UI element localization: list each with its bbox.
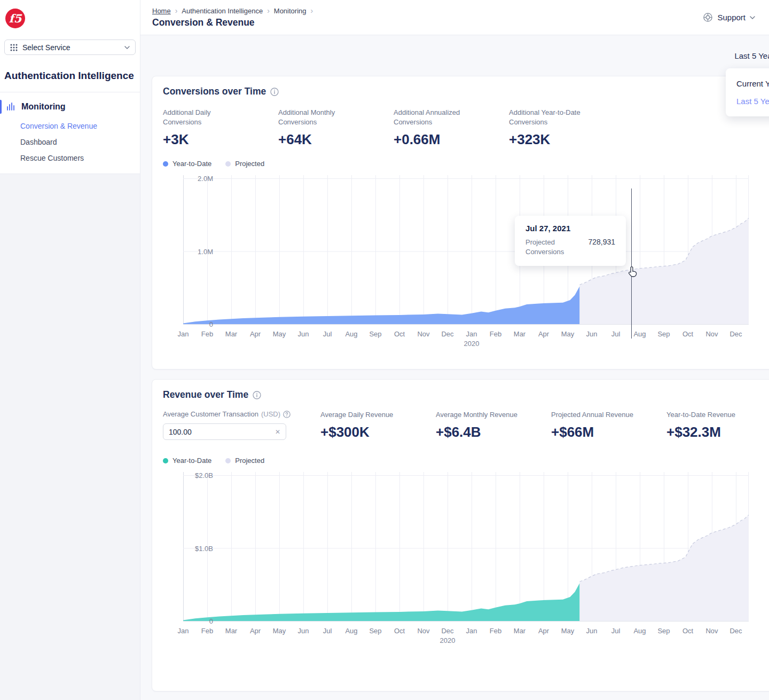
select-service-dropdown[interactable]: Select Service (4, 40, 136, 55)
x-axis-tick-label: Apr (538, 627, 549, 635)
sidebar-subitem-conversion-revenue[interactable]: Conversion & Revenue (0, 118, 140, 134)
x-axis-year-label: 2020 (464, 340, 480, 348)
stat-additional-year-to-date-conversions: Additional Year-to-Date Conversions+323K (509, 108, 624, 148)
x-axis-tick-label: Jun (586, 627, 598, 635)
stat-value: +323K (509, 131, 624, 148)
x-axis-tick-label: Jul (323, 330, 332, 338)
toolbar: Last 5 Years (140, 35, 769, 76)
x-axis-tick-label: Jan (178, 330, 189, 338)
breadcrumb-separator-icon: › (267, 6, 270, 15)
x-axis-tick-label: Mar (225, 330, 237, 338)
info-icon[interactable] (253, 391, 261, 399)
info-icon[interactable] (270, 88, 279, 96)
stat-average-daily-revenue: Average Daily Revenue+$300K (320, 410, 436, 441)
y-axis-tick-label: 1.0M (195, 247, 213, 255)
stat-label: Additional Year-to-Date Conversions (509, 108, 597, 127)
stat-label: Projected Annual Revenue (551, 410, 658, 420)
tooltip-value: 728,931 (588, 238, 615, 257)
y-axis-tick-label: 2.0M (195, 175, 213, 183)
x-axis-tick-label: May (273, 330, 286, 338)
page: f5 Select Service Authentication Intelli… (0, 0, 769, 700)
chart-crosshair-line (631, 188, 632, 339)
mouse-cursor-hand-icon (627, 266, 639, 279)
x-axis-tick-label: Jul (323, 627, 332, 635)
sidebar-subnav: Conversion & RevenueDashboardRescue Cust… (0, 118, 140, 166)
transaction-label-row: Average Customer Transaction (USD) (163, 410, 320, 418)
sidebar-item-monitoring[interactable]: Monitoring (0, 99, 140, 115)
x-axis-tick-label: Jul (611, 330, 621, 338)
apps-grid-icon (10, 44, 18, 51)
sidebar-subitem-rescue-customers[interactable]: Rescue Customers (0, 150, 140, 166)
conversions-stats-row: Additional Daily Conversions+3KAdditiona… (163, 108, 769, 148)
stat-label: Additional Annualized Conversions (394, 108, 482, 127)
legend-item-projected: Projected (225, 457, 264, 465)
legend-item-year-to-date: Year-to-Date (163, 457, 211, 465)
x-axis-tick-label: Mar (225, 627, 237, 635)
x-axis-tick-label: Aug (345, 627, 357, 635)
stat-label: Year-to-Date Revenue (666, 410, 769, 420)
x-axis-tick-label: Dec (441, 330, 453, 338)
x-axis-tick-label: Nov (705, 330, 718, 338)
x-axis-tick-label: Jun (298, 330, 309, 338)
sidebar: f5 Select Service Authentication Intelli… (0, 0, 140, 700)
conversions-card-header: Conversions over Time (163, 86, 769, 97)
stat-year-to-date-revenue: Year-to-Date Revenue+$32.3M (666, 410, 769, 441)
breadcrumb-item[interactable]: Home (152, 7, 171, 15)
x-axis-tick-label: Jun (586, 330, 598, 338)
x-axis-tick-label: Mar (514, 627, 525, 635)
time-range-dropdown[interactable]: Last 5 Years (734, 51, 769, 60)
legend-item-year-to-date: Year-to-Date (163, 160, 211, 168)
y-axis-tick-label: 0 (195, 320, 213, 328)
stat-label: Additional Monthly Conversions (278, 108, 366, 127)
conversions-chart[interactable]: 01.0M2.0MJanFebMarAprMayJunJulAugSepOctN… (163, 174, 769, 350)
stat-value: +3K (163, 131, 278, 148)
x-axis-tick-label: Aug (345, 330, 357, 338)
x-axis-tick-label: Sep (657, 627, 670, 635)
x-axis-tick-label: Jan (178, 627, 189, 635)
f5-logo[interactable]: f5 (5, 9, 25, 28)
page-title: Conversion & Revenue (152, 17, 313, 28)
breadcrumb-separator-icon: › (175, 6, 178, 15)
stat-value: +$6.4B (436, 424, 551, 441)
stat-value: +64K (278, 131, 394, 148)
support-menu[interactable]: Support (703, 12, 755, 22)
active-accent-bar (0, 100, 2, 114)
time-range-selected: Last 5 Years (734, 51, 769, 60)
x-axis-tick-label: Nov (705, 627, 718, 635)
legend-dot (225, 161, 231, 167)
breadcrumb-separator-icon: › (311, 6, 313, 15)
x-axis-tick-label: Jan (466, 627, 477, 635)
x-axis-tick-label: Oct (394, 330, 405, 338)
tooltip-series-label: Projected Conversions (525, 238, 574, 257)
x-axis-tick-label: Feb (201, 330, 213, 338)
legend-item-projected: Projected (225, 160, 264, 168)
help-icon[interactable] (283, 411, 291, 418)
x-axis-tick-label: Apr (250, 627, 261, 635)
x-axis-tick-label: Apr (538, 330, 549, 338)
top-header: Home›Authentication Intelligence›Monitor… (140, 0, 769, 35)
breadcrumb-item[interactable]: Authentication Intelligence (182, 7, 263, 15)
x-axis-tick-label: May (273, 627, 286, 635)
time-range-menu: Current YearLast 5 Years (726, 68, 769, 116)
series-area-year-to-date (183, 583, 580, 621)
sidebar-item-label: Monitoring (21, 102, 66, 112)
tooltip-date: Jul 27, 2021 (525, 224, 615, 233)
time-range-option[interactable]: Current Year (726, 75, 769, 92)
x-axis-tick-label: Dec (729, 330, 742, 338)
logo-wrap: f5 (0, 0, 140, 28)
stat-label: Average Monthly Revenue (436, 410, 543, 420)
transaction-input-group: Average Customer Transaction (USD) ✕ (163, 410, 320, 441)
time-range-option[interactable]: Last 5 Years (726, 92, 769, 110)
x-axis-tick-label: Nov (417, 627, 429, 635)
x-axis-tick-label: Feb (490, 627, 501, 635)
x-axis-tick-label: Aug (633, 627, 646, 635)
sidebar-subitem-dashboard[interactable]: Dashboard (0, 134, 140, 150)
clear-input-icon[interactable]: ✕ (275, 428, 280, 436)
revenue-chart[interactable]: 0$1.0B$2.0BJanFebMarAprMayJunJulAugSepOc… (163, 471, 769, 647)
y-axis-tick-label: $2.0B (195, 471, 213, 479)
stat-label: Additional Daily Conversions (163, 108, 251, 127)
x-axis-tick-label: Oct (682, 627, 693, 635)
transaction-input[interactable] (169, 428, 275, 436)
chart-plot-area (183, 471, 749, 622)
breadcrumb-item[interactable]: Monitoring (274, 7, 307, 15)
